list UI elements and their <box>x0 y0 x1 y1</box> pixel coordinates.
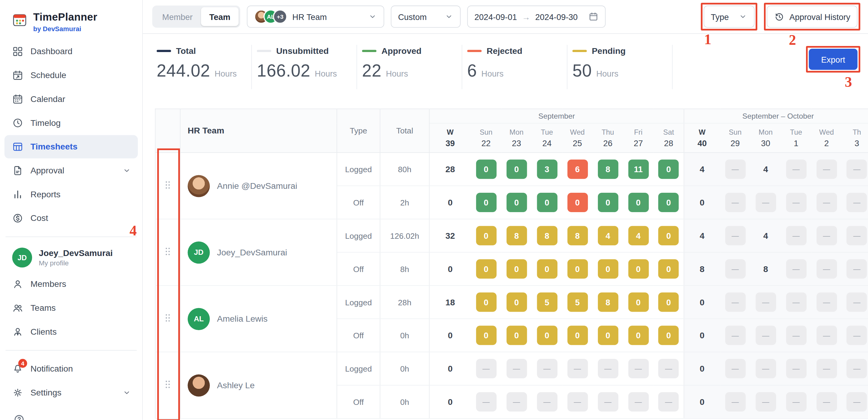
divider <box>5 237 137 237</box>
day-chip: — <box>598 392 618 412</box>
sidebar-item-reports[interactable]: Reports <box>4 183 138 206</box>
drag-handle-icon[interactable] <box>162 311 173 324</box>
stat-unsubmitted: Unsubmitted166.02Hours <box>252 45 357 89</box>
entry-type-cell: Off <box>337 186 380 219</box>
day-chip: — <box>725 259 745 279</box>
day-cell: — <box>781 385 811 419</box>
entry-total-cell: 8h <box>380 252 430 286</box>
stat-value: 244.02 <box>157 61 210 81</box>
day-chip: 0 <box>598 259 618 279</box>
day-chip: — <box>755 326 776 345</box>
day-cell: — <box>562 385 593 419</box>
drag-cell <box>155 152 180 219</box>
day-chip: 0 <box>598 326 618 345</box>
entry-type-cell: Off <box>337 319 380 352</box>
day-chip: 0 <box>628 326 649 345</box>
day-cell: — <box>811 252 842 286</box>
sidebar-item-members[interactable]: Members <box>4 273 138 296</box>
day-chip: 8 <box>598 292 618 312</box>
drag-handle-icon[interactable] <box>162 178 173 191</box>
drag-handle-icon[interactable] <box>162 377 173 391</box>
day-chip: 0 <box>476 292 496 312</box>
day-cell: 6 <box>562 152 593 186</box>
week-sum-cell: 0 <box>429 186 471 219</box>
team-avatar-group: AL +3 <box>254 9 287 24</box>
date-from: 2024-09-01 <box>474 12 517 21</box>
view-toggle-team[interactable]: Team <box>201 7 239 26</box>
team-select[interactable]: AL +3 HR Team <box>247 5 384 28</box>
profile-item[interactable]: JD Joey_DevSamurai My profile <box>4 243 138 272</box>
day-chip: 8 <box>506 226 527 245</box>
annotation-box-3: Export 3 <box>806 46 860 72</box>
type-filter-dropdown[interactable]: Type <box>704 5 754 28</box>
day-cell: 0 <box>623 286 654 319</box>
sidebar: TimePlanner by DevSamurai DashboardSched… <box>0 0 143 420</box>
sidebar-item-label: Reports <box>31 189 131 200</box>
day-chip: — <box>786 259 806 279</box>
sidebar-item-label: Dashboard <box>31 47 131 57</box>
sidebar-item-notification[interactable]: 4Notification <box>4 357 138 381</box>
export-button[interactable]: Export <box>809 49 858 70</box>
day-cell: 8 <box>592 152 623 186</box>
sidebar-item-schedule[interactable]: Schedule <box>4 64 138 87</box>
range-preset-select[interactable]: Custom <box>391 5 461 28</box>
day-cell: — <box>842 186 868 219</box>
timelog-icon <box>12 117 23 129</box>
sidebar-item-clients[interactable]: Clients <box>4 320 138 343</box>
approval-history-button[interactable]: Approval History <box>767 5 858 28</box>
day-chip: — <box>537 392 557 412</box>
day-chip: — <box>846 326 867 345</box>
day-cell: 0 <box>623 186 654 219</box>
day-cell: — <box>532 385 562 419</box>
settings-icon <box>12 387 23 398</box>
day-cell: 0 <box>654 219 684 252</box>
member-avatar <box>188 374 210 396</box>
day-cell: 3 <box>532 152 562 186</box>
sidebar-item-dashboard[interactable]: Dashboard <box>4 40 138 63</box>
day-cell: 0 <box>592 186 623 219</box>
member-name: Annie @DevSamurai <box>217 181 297 191</box>
day-cell: 0 <box>562 186 593 219</box>
sidebar-item-timelog[interactable]: Timelog <box>4 111 138 134</box>
day-header: Wed25 <box>562 123 593 152</box>
sidebar-item-teams[interactable]: Teams <box>4 296 138 320</box>
stat-value: 50 <box>572 61 592 81</box>
stat-label: Approved <box>381 46 421 56</box>
entry-total-cell: 0h <box>380 352 430 385</box>
team-select-label: HR Team <box>292 12 327 21</box>
table-header: HR TeamTypeTotalSeptemberSeptember – Oct… <box>155 109 868 153</box>
entry-type-cell: Logged <box>337 152 380 186</box>
entry-total-cell: 0h <box>380 319 430 352</box>
view-toggle-member[interactable]: Member <box>154 7 201 26</box>
drag-cell <box>155 286 180 352</box>
day-chip: 0 <box>658 326 679 345</box>
day-chip: — <box>658 359 679 378</box>
week-group-header: September – October <box>684 109 868 123</box>
day-chip: — <box>846 226 867 245</box>
stat-label: Total <box>176 46 196 56</box>
day-cell: 0 <box>654 286 684 319</box>
day-chip: 6 <box>567 159 588 179</box>
day-cell: — <box>654 352 684 385</box>
profile-caption: My profile <box>39 259 113 267</box>
drag-handle-icon[interactable] <box>162 244 173 258</box>
day-cell: 0 <box>654 319 684 352</box>
week-sum-cell: 18 <box>429 286 471 319</box>
day-chip: 0 <box>537 193 557 212</box>
day-chip: — <box>816 292 837 312</box>
day-chip: 0 <box>658 193 679 212</box>
sidebar-item-approval[interactable]: Approval <box>4 159 138 182</box>
sidebar-item-label: Schedule <box>31 70 131 80</box>
day-chip: 0 <box>476 259 496 279</box>
help-icon[interactable] <box>13 414 25 420</box>
day-cell: — <box>501 385 532 419</box>
sidebar-item-settings[interactable]: Settings <box>4 381 138 404</box>
day-cell: 0 <box>471 252 501 286</box>
sidebar-item-cost[interactable]: Cost <box>4 207 138 230</box>
divider <box>5 350 137 351</box>
sidebar-item-timesheets[interactable]: Timesheets <box>4 135 138 158</box>
day-chip: 0 <box>506 193 527 212</box>
date-range-picker[interactable]: 2024-09-01 → 2024-09-30 <box>467 5 606 28</box>
sidebar-item-calendar[interactable]: Calendar <box>4 87 138 111</box>
day-cell: — <box>842 319 868 352</box>
